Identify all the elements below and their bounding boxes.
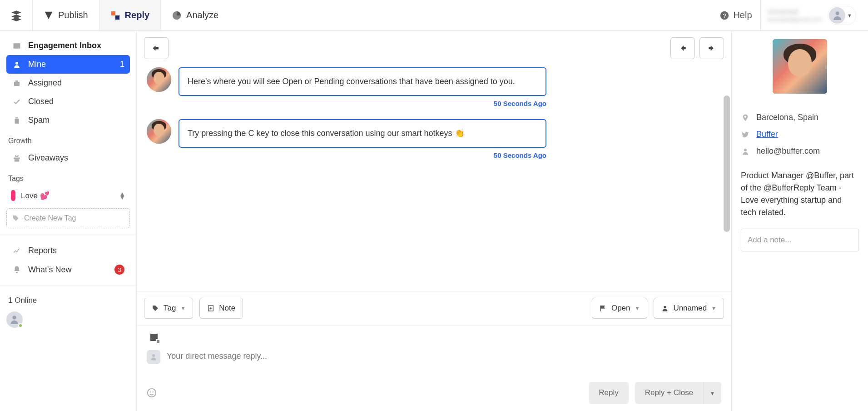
svg-rect-0 (111, 11, 115, 15)
svg-point-6 (13, 316, 16, 320)
back-button[interactable] (144, 37, 169, 59)
emoji-picker-button[interactable] (147, 388, 157, 398)
scrollbar-thumb[interactable] (724, 95, 730, 232)
conversation-action-bar: Tag ▼ Note Open ▼ Unnamed ▼ (137, 291, 731, 325)
next-conversation-button[interactable] (699, 37, 724, 59)
user-info-blurred: Unnamed example@gmail.com (767, 7, 823, 23)
chevron-down-icon: ▼ (711, 306, 716, 311)
tag-button[interactable]: Tag ▼ (144, 298, 193, 319)
sidebar-engagement-inbox[interactable]: Engagement Inbox (6, 36, 130, 55)
add-note-input[interactable]: Add a note... (741, 229, 859, 251)
person-icon (661, 305, 669, 312)
sender-avatar (147, 119, 171, 144)
sidebar-tags-header: Tags (6, 167, 130, 186)
online-user-avatar[interactable] (6, 311, 23, 328)
user-menu[interactable]: Unnamed example@gmail.com ▼ (760, 0, 863, 30)
person-icon (832, 10, 843, 21)
app-logo[interactable] (0, 0, 33, 30)
assign-button[interactable]: Unnamed ▼ (654, 298, 724, 319)
chart-icon (12, 247, 22, 255)
status-label: Open (611, 304, 630, 313)
status-open-button[interactable]: Open ▼ (592, 298, 647, 319)
help-button[interactable]: ? Help (719, 10, 752, 20)
message-bubble: Try pressing the C key to close this con… (179, 119, 546, 148)
assign-label: Unnamed (673, 304, 707, 313)
top-navbar: Publish Reply Analyze ? Help Unnamed exa… (0, 0, 868, 31)
profile-panel: Barcelona, Spain Buffer hello@buffer.com… (732, 31, 868, 411)
note-button[interactable]: Note (199, 298, 243, 319)
arrow-right-icon (708, 44, 716, 52)
nav-publish-label: Publish (58, 10, 88, 20)
create-tag-placeholder: Create New Tag (24, 214, 76, 222)
message-timestamp: 50 Seconds Ago (179, 151, 546, 159)
message-item: Try pressing the C key to close this con… (147, 119, 546, 159)
arrow-left-icon (679, 44, 687, 52)
tag-color-swatch (11, 190, 15, 201)
profile-twitter[interactable]: Buffer (741, 126, 859, 143)
compose-area: Reply Reply + Close ▼ (137, 325, 731, 411)
sidebar-closed[interactable]: Closed (6, 92, 130, 111)
svg-point-13 (744, 149, 747, 151)
svg-point-12 (153, 391, 154, 392)
twitter-icon (741, 130, 750, 139)
smile-icon (147, 388, 157, 398)
sidebar-closed-label: Closed (28, 97, 54, 106)
sidebar-reports-label: Reports (28, 246, 57, 256)
nav-analyze-label: Analyze (186, 10, 218, 20)
sidebar-spam[interactable]: Spam (6, 111, 130, 130)
sidebar-mine-label: Mine (28, 60, 46, 69)
chevron-down-icon: ▼ (180, 306, 185, 311)
reply-input[interactable] (167, 350, 721, 361)
svg-point-11 (150, 391, 151, 392)
chevron-down-icon: ▼ (847, 13, 855, 18)
sidebar-mine-count: 1 (120, 60, 124, 69)
tag-stepper[interactable]: ▲▼ (119, 192, 125, 200)
svg-point-5 (15, 62, 18, 65)
prev-conversation-button[interactable] (670, 37, 695, 59)
profile-avatar (773, 39, 827, 94)
tag-label: Love 💕 (21, 191, 50, 200)
nav-reply[interactable]: Reply (99, 0, 161, 30)
reply-icon (110, 10, 120, 20)
sidebar-assigned-label: Assigned (28, 78, 62, 88)
sidebar: Engagement Inbox Mine 1 Assigned Closed … (0, 31, 136, 411)
sender-avatar (147, 67, 171, 92)
online-status: 1 Online (6, 292, 130, 309)
profile-bio: Product Manager @Buffer, part of the @Bu… (741, 160, 859, 229)
message-bubble: Here's where you will see Open or Pendin… (179, 67, 546, 96)
create-tag-input[interactable]: Create New Tag (6, 208, 130, 228)
person-icon (741, 147, 750, 155)
sidebar-growth-header: Growth (6, 130, 130, 149)
help-icon: ? (719, 10, 729, 20)
person-icon (12, 60, 22, 69)
reply-close-dropdown[interactable]: ▼ (703, 382, 721, 404)
reply-close-button[interactable]: Reply + Close (635, 382, 703, 404)
nav-publish[interactable]: Publish (33, 0, 99, 30)
sidebar-giveaways[interactable]: Giveaways (6, 149, 130, 167)
message-list[interactable]: Here's where you will see Open or Pendin… (137, 65, 731, 291)
message-timestamp: 50 Seconds Ago (179, 100, 546, 107)
sidebar-whatsnew-label: What's New (28, 265, 71, 275)
profile-email: hello@buffer.com (741, 143, 859, 160)
tag-item-love[interactable]: Love 💕 ▲▼ (6, 186, 130, 205)
profile-twitter-link[interactable]: Buffer (756, 130, 778, 139)
sidebar-reports[interactable]: Reports (6, 241, 130, 260)
svg-point-10 (148, 389, 156, 397)
user-avatar (829, 7, 845, 24)
publish-icon (44, 10, 54, 20)
svg-point-4 (835, 11, 839, 15)
sidebar-giveaways-label: Giveaways (28, 153, 68, 163)
presence-dot-icon (18, 323, 23, 328)
user-avatar-dropdown[interactable]: ▼ (828, 6, 856, 25)
inbox-icon (12, 41, 22, 50)
channel-icon[interactable] (150, 334, 160, 344)
chevron-down-icon: ▼ (635, 306, 640, 311)
nav-analyze[interactable]: Analyze (161, 0, 229, 30)
sidebar-mine[interactable]: Mine 1 (6, 55, 130, 74)
check-icon (12, 98, 22, 106)
add-note-placeholder: Add a note... (748, 236, 791, 244)
briefcase-icon (12, 79, 22, 87)
reply-button[interactable]: Reply (589, 382, 628, 404)
sidebar-assigned[interactable]: Assigned (6, 74, 130, 92)
sidebar-whatsnew[interactable]: What's New 3 (6, 260, 130, 279)
